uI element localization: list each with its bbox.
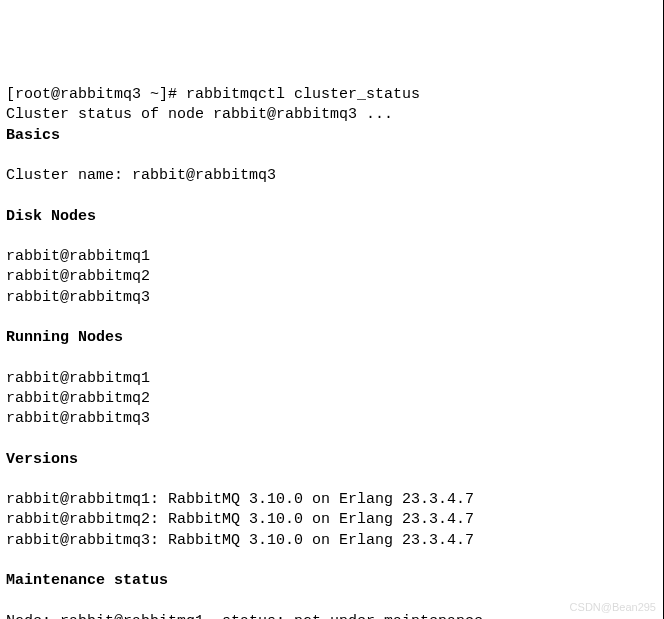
section-heading-versions: Versions [6,451,78,468]
maintenance-line: Node: rabbit@rabbitmq1, status: not unde… [6,613,483,620]
status-line: Cluster status of node rabbit@rabbitmq3 … [6,106,393,123]
section-heading-basics: Basics [6,127,60,144]
terminal-output: [root@rabbitmq3 ~]# rabbitmqctl cluster_… [6,85,657,619]
disk-node-item: rabbit@rabbitmq2 [6,268,150,285]
version-line: rabbit@rabbitmq3: RabbitMQ 3.10.0 on Erl… [6,532,474,549]
running-node-item: rabbit@rabbitmq3 [6,410,150,427]
shell-prompt: [root@rabbitmq3 ~]# [6,86,186,103]
section-heading-running-nodes: Running Nodes [6,329,123,346]
version-line: rabbit@rabbitmq1: RabbitMQ 3.10.0 on Erl… [6,491,474,508]
disk-node-item: rabbit@rabbitmq1 [6,248,150,265]
cluster-name-value: rabbit@rabbitmq3 [132,167,276,184]
shell-command: rabbitmqctl cluster_status [186,86,420,103]
running-node-item: rabbit@rabbitmq1 [6,370,150,387]
cluster-name-label: Cluster name: [6,167,132,184]
running-node-item: rabbit@rabbitmq2 [6,390,150,407]
version-line: rabbit@rabbitmq2: RabbitMQ 3.10.0 on Erl… [6,511,474,528]
disk-node-item: rabbit@rabbitmq3 [6,289,150,306]
section-heading-disk-nodes: Disk Nodes [6,208,96,225]
section-heading-maintenance: Maintenance status [6,572,168,589]
watermark-text: CSDN@Bean295 [570,600,656,615]
